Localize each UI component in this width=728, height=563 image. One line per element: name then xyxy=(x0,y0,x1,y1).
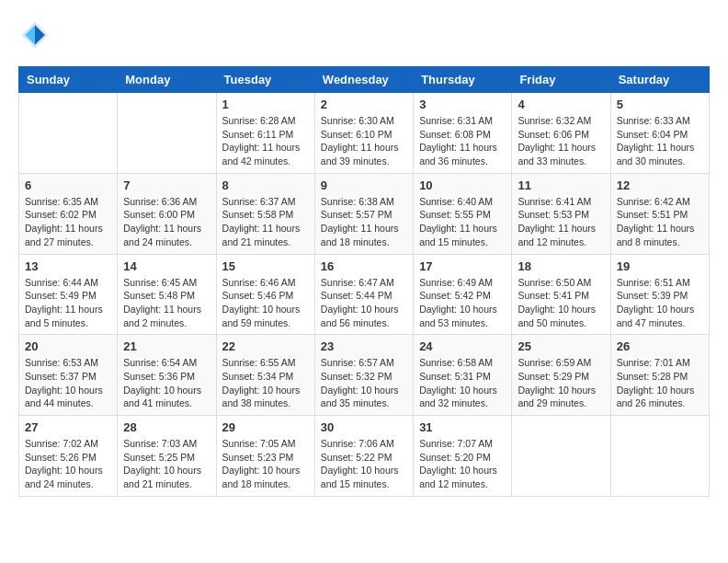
calendar-header: SundayMondayTuesdayWednesdayThursdayFrid… xyxy=(19,67,710,93)
day-info: Sunrise: 6:44 AM Sunset: 5:49 PM Dayligh… xyxy=(25,276,111,330)
day-number: 16 xyxy=(321,259,407,273)
weekday-header-thursday: Thursday xyxy=(414,67,512,93)
calendar-cell xyxy=(19,93,118,174)
calendar-cell: 9Sunrise: 6:38 AM Sunset: 5:57 PM Daylig… xyxy=(314,173,413,254)
day-info: Sunrise: 7:07 AM Sunset: 5:20 PM Dayligh… xyxy=(419,437,506,491)
calendar-cell: 8Sunrise: 6:37 AM Sunset: 5:58 PM Daylig… xyxy=(216,173,314,254)
calendar-body: 1Sunrise: 6:28 AM Sunset: 6:11 PM Daylig… xyxy=(19,93,710,497)
day-info: Sunrise: 7:05 AM Sunset: 5:23 PM Dayligh… xyxy=(222,437,309,491)
day-info: Sunrise: 6:51 AM Sunset: 5:39 PM Dayligh… xyxy=(617,276,703,330)
weekday-header-saturday: Saturday xyxy=(610,67,709,93)
calendar-cell: 7Sunrise: 6:36 AM Sunset: 6:00 PM Daylig… xyxy=(118,173,216,254)
day-number: 27 xyxy=(25,420,111,434)
weekday-header-sunday: Sunday xyxy=(19,67,118,93)
calendar-cell: 30Sunrise: 7:06 AM Sunset: 5:22 PM Dayli… xyxy=(314,416,413,497)
calendar-cell: 29Sunrise: 7:05 AM Sunset: 5:23 PM Dayli… xyxy=(216,416,314,497)
weekday-row: SundayMondayTuesdayWednesdayThursdayFrid… xyxy=(19,67,710,93)
calendar-cell: 3Sunrise: 6:31 AM Sunset: 6:08 PM Daylig… xyxy=(414,93,512,174)
day-info: Sunrise: 6:30 AM Sunset: 6:10 PM Dayligh… xyxy=(321,114,407,168)
day-number: 3 xyxy=(419,98,506,111)
day-number: 12 xyxy=(617,178,703,192)
day-number: 28 xyxy=(123,420,210,434)
weekday-header-wednesday: Wednesday xyxy=(314,67,413,93)
day-info: Sunrise: 7:01 AM Sunset: 5:28 PM Dayligh… xyxy=(617,356,703,410)
calendar-cell: 5Sunrise: 6:33 AM Sunset: 6:04 PM Daylig… xyxy=(610,93,709,174)
day-info: Sunrise: 6:53 AM Sunset: 5:37 PM Dayligh… xyxy=(25,356,111,410)
calendar-cell: 14Sunrise: 6:45 AM Sunset: 5:48 PM Dayli… xyxy=(118,254,216,335)
day-number: 6 xyxy=(25,178,111,192)
day-info: Sunrise: 6:58 AM Sunset: 5:31 PM Dayligh… xyxy=(419,356,506,410)
calendar-cell: 26Sunrise: 7:01 AM Sunset: 5:28 PM Dayli… xyxy=(610,335,709,416)
day-info: Sunrise: 6:47 AM Sunset: 5:44 PM Dayligh… xyxy=(321,276,407,330)
day-number: 30 xyxy=(321,420,407,434)
day-info: Sunrise: 6:55 AM Sunset: 5:34 PM Dayligh… xyxy=(222,356,309,410)
calendar-week-1: 1Sunrise: 6:28 AM Sunset: 6:11 PM Daylig… xyxy=(19,93,710,174)
day-info: Sunrise: 6:36 AM Sunset: 6:00 PM Dayligh… xyxy=(123,195,210,249)
day-info: Sunrise: 6:42 AM Sunset: 5:51 PM Dayligh… xyxy=(617,195,703,249)
calendar-week-2: 6Sunrise: 6:35 AM Sunset: 6:02 PM Daylig… xyxy=(19,173,710,254)
calendar-table: SundayMondayTuesdayWednesdayThursdayFrid… xyxy=(18,66,710,497)
day-number: 24 xyxy=(419,339,506,353)
day-info: Sunrise: 6:41 AM Sunset: 5:53 PM Dayligh… xyxy=(518,195,604,249)
calendar-cell: 23Sunrise: 6:57 AM Sunset: 5:32 PM Dayli… xyxy=(314,335,413,416)
calendar-week-5: 27Sunrise: 7:02 AM Sunset: 5:26 PM Dayli… xyxy=(19,416,710,497)
calendar-cell: 15Sunrise: 6:46 AM Sunset: 5:46 PM Dayli… xyxy=(216,254,314,335)
day-info: Sunrise: 6:35 AM Sunset: 6:02 PM Dayligh… xyxy=(25,195,111,249)
calendar-week-4: 20Sunrise: 6:53 AM Sunset: 5:37 PM Dayli… xyxy=(19,335,710,416)
day-number: 1 xyxy=(222,98,309,111)
calendar-cell: 24Sunrise: 6:58 AM Sunset: 5:31 PM Dayli… xyxy=(414,335,512,416)
calendar-cell: 22Sunrise: 6:55 AM Sunset: 5:34 PM Dayli… xyxy=(216,335,314,416)
day-info: Sunrise: 7:03 AM Sunset: 5:25 PM Dayligh… xyxy=(123,437,210,491)
day-number: 18 xyxy=(518,259,604,273)
day-info: Sunrise: 6:38 AM Sunset: 5:57 PM Dayligh… xyxy=(321,195,407,249)
calendar-cell: 18Sunrise: 6:50 AM Sunset: 5:41 PM Dayli… xyxy=(512,254,610,335)
calendar-cell: 10Sunrise: 6:40 AM Sunset: 5:55 PM Dayli… xyxy=(414,173,512,254)
logo xyxy=(18,18,55,52)
day-number: 19 xyxy=(617,259,703,273)
calendar-cell: 21Sunrise: 6:54 AM Sunset: 5:36 PM Dayli… xyxy=(118,335,216,416)
day-info: Sunrise: 6:37 AM Sunset: 5:58 PM Dayligh… xyxy=(222,195,309,249)
day-number: 7 xyxy=(123,178,210,192)
day-number: 26 xyxy=(617,339,703,353)
calendar-cell xyxy=(118,93,216,174)
day-number: 17 xyxy=(419,259,506,273)
calendar-cell: 4Sunrise: 6:32 AM Sunset: 6:06 PM Daylig… xyxy=(512,93,610,174)
calendar-cell: 1Sunrise: 6:28 AM Sunset: 6:11 PM Daylig… xyxy=(216,93,314,174)
day-number: 8 xyxy=(222,178,309,192)
day-number: 20 xyxy=(25,339,111,353)
day-number: 5 xyxy=(617,98,703,111)
day-info: Sunrise: 6:33 AM Sunset: 6:04 PM Dayligh… xyxy=(617,114,703,168)
calendar-cell: 6Sunrise: 6:35 AM Sunset: 6:02 PM Daylig… xyxy=(19,173,118,254)
calendar-cell: 13Sunrise: 6:44 AM Sunset: 5:49 PM Dayli… xyxy=(19,254,118,335)
weekday-header-tuesday: Tuesday xyxy=(216,67,314,93)
calendar-cell: 28Sunrise: 7:03 AM Sunset: 5:25 PM Dayli… xyxy=(118,416,216,497)
day-number: 23 xyxy=(321,339,407,353)
calendar-cell: 27Sunrise: 7:02 AM Sunset: 5:26 PM Dayli… xyxy=(19,416,118,497)
day-info: Sunrise: 6:28 AM Sunset: 6:11 PM Dayligh… xyxy=(222,114,309,168)
logo-icon xyxy=(18,18,51,52)
day-info: Sunrise: 6:49 AM Sunset: 5:42 PM Dayligh… xyxy=(419,276,506,330)
calendar-cell: 12Sunrise: 6:42 AM Sunset: 5:51 PM Dayli… xyxy=(610,173,709,254)
day-info: Sunrise: 6:32 AM Sunset: 6:06 PM Dayligh… xyxy=(518,114,604,168)
day-info: Sunrise: 6:46 AM Sunset: 5:46 PM Dayligh… xyxy=(222,276,309,330)
day-number: 25 xyxy=(518,339,604,353)
calendar-cell: 20Sunrise: 6:53 AM Sunset: 5:37 PM Dayli… xyxy=(19,335,118,416)
calendar-cell: 16Sunrise: 6:47 AM Sunset: 5:44 PM Dayli… xyxy=(314,254,413,335)
weekday-header-friday: Friday xyxy=(512,67,610,93)
calendar-cell: 2Sunrise: 6:30 AM Sunset: 6:10 PM Daylig… xyxy=(314,93,413,174)
day-info: Sunrise: 6:54 AM Sunset: 5:36 PM Dayligh… xyxy=(123,356,210,410)
calendar-cell: 11Sunrise: 6:41 AM Sunset: 5:53 PM Dayli… xyxy=(512,173,610,254)
day-info: Sunrise: 6:59 AM Sunset: 5:29 PM Dayligh… xyxy=(518,356,604,410)
day-number: 13 xyxy=(25,259,111,273)
day-info: Sunrise: 6:57 AM Sunset: 5:32 PM Dayligh… xyxy=(321,356,407,410)
day-number: 4 xyxy=(518,98,604,111)
day-number: 22 xyxy=(222,339,309,353)
calendar-cell: 17Sunrise: 6:49 AM Sunset: 5:42 PM Dayli… xyxy=(414,254,512,335)
day-number: 10 xyxy=(419,178,506,192)
day-info: Sunrise: 6:40 AM Sunset: 5:55 PM Dayligh… xyxy=(419,195,506,249)
calendar-cell: 19Sunrise: 6:51 AM Sunset: 5:39 PM Dayli… xyxy=(610,254,709,335)
day-number: 2 xyxy=(321,98,407,111)
page-header xyxy=(18,18,710,52)
calendar-cell xyxy=(610,416,709,497)
weekday-header-monday: Monday xyxy=(118,67,216,93)
